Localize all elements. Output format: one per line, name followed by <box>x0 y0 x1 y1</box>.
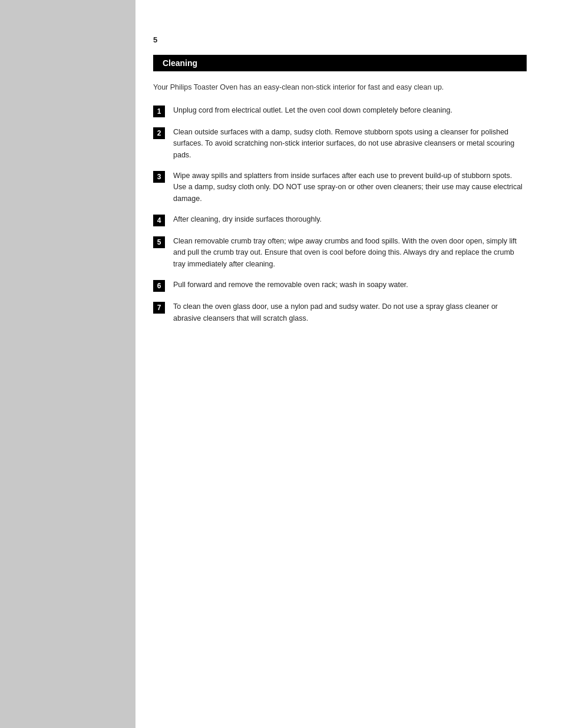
step-number: 2 <box>153 127 165 139</box>
steps-list: 1Unplug cord from electrical outlet. Let… <box>153 105 527 324</box>
list-item: 5Clean removable crumb tray often; wipe … <box>153 236 527 270</box>
content-area: 5 Cleaning Your Philips Toaster Oven has… <box>135 0 562 728</box>
step-number: 6 <box>153 280 165 292</box>
page-container: 5 Cleaning Your Philips Toaster Oven has… <box>0 0 562 728</box>
list-item: 1Unplug cord from electrical outlet. Let… <box>153 105 527 117</box>
list-item: 3Wipe away spills and splatters from ins… <box>153 170 527 205</box>
step-text: Wipe away spills and splatters from insi… <box>173 170 527 205</box>
step-number: 1 <box>153 106 165 117</box>
page-number: 5 <box>153 35 527 44</box>
intro-text: Your Philips Toaster Oven has an easy-cl… <box>153 82 527 93</box>
step-text: To clean the oven glass door, use a nylo… <box>173 301 527 324</box>
step-number: 3 <box>153 171 165 183</box>
step-number: 7 <box>153 302 165 314</box>
step-text: Unplug cord from electrical outlet. Let … <box>173 105 452 116</box>
step-text: Clean removable crumb tray often; wipe a… <box>173 236 527 270</box>
step-text: After cleaning, dry inside surfaces thor… <box>173 214 322 225</box>
section-header: Cleaning <box>153 55 527 71</box>
list-item: 2Clean outside surfaces with a damp, sud… <box>153 127 527 161</box>
list-item: 7To clean the oven glass door, use a nyl… <box>153 301 527 324</box>
step-text: Clean outside surfaces with a damp, suds… <box>173 127 527 161</box>
list-item: 4After cleaning, dry inside surfaces tho… <box>153 214 527 226</box>
step-number: 4 <box>153 215 165 226</box>
step-number: 5 <box>153 236 165 248</box>
list-item: 6Pull forward and remove the removable o… <box>153 279 527 292</box>
step-text: Pull forward and remove the removable ov… <box>173 279 408 291</box>
left-sidebar <box>0 0 135 728</box>
